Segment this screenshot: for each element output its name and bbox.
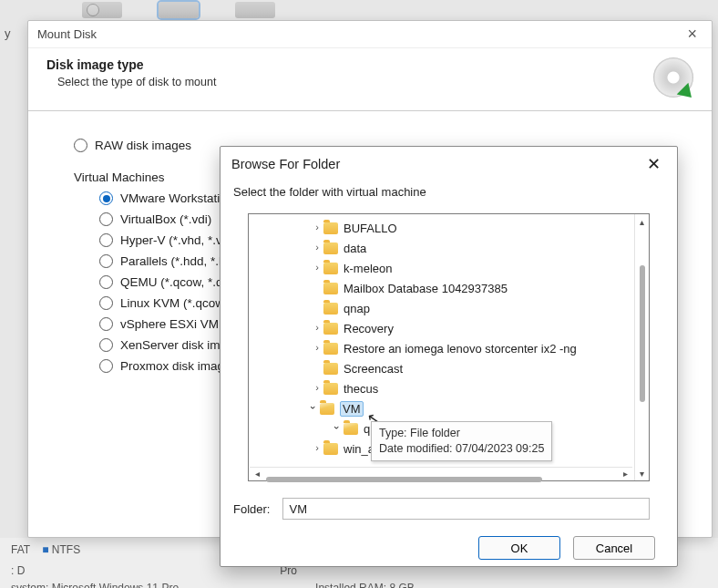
scroll-left-icon[interactable]: ◂ xyxy=(250,469,264,479)
radio-icon[interactable] xyxy=(99,233,113,247)
folder-icon xyxy=(323,222,338,234)
tree-item-qnap[interactable]: qnap xyxy=(252,298,647,318)
collapse-icon[interactable]: › xyxy=(308,401,319,414)
ok-button[interactable]: OK xyxy=(478,536,560,560)
tree-item-vm[interactable]: ›VM xyxy=(252,398,647,418)
bg-y: y xyxy=(5,26,11,40)
tree-item-recovery[interactable]: ›Recovery xyxy=(252,318,647,338)
folder-icon xyxy=(323,303,338,315)
tree-label-selected: VM xyxy=(340,401,364,417)
scroll-down-icon[interactable]: ▾ xyxy=(635,466,650,480)
mount-heading: Disk image type xyxy=(46,57,216,72)
hscroll-thumb[interactable] xyxy=(266,477,542,482)
expand-icon[interactable]: › xyxy=(311,222,323,232)
tree-label: BUFALLO xyxy=(344,222,397,235)
tree-item-data[interactable]: ›data xyxy=(252,238,647,258)
expand-icon[interactable]: › xyxy=(311,382,323,393)
folder-input-row: Folder: xyxy=(221,490,677,523)
folder-icon xyxy=(323,242,338,254)
tree-item-kmeleon[interactable]: ›k-meleon xyxy=(252,258,647,278)
folder-icon xyxy=(323,443,338,455)
tree-label: Mailbox Database 1042937385 xyxy=(344,282,508,295)
close-icon[interactable]: ✕ xyxy=(641,154,666,174)
tree-label: thecus xyxy=(344,382,378,396)
tree-label: k-meleon xyxy=(344,262,392,275)
radio-icon[interactable] xyxy=(99,338,113,352)
tree-item-restore[interactable]: ›Restore an iomega lenovo storcenter ix2… xyxy=(252,338,647,358)
scroll-thumb[interactable] xyxy=(640,265,645,402)
radio-icon[interactable] xyxy=(99,317,113,331)
mount-subheading: Select the type of disk to mount xyxy=(57,76,216,88)
tree-item-bufallo[interactable]: ›BUFALLO xyxy=(252,218,647,238)
mount-titlebar[interactable]: Mount Disk × xyxy=(28,21,712,48)
radio-icon[interactable] xyxy=(99,254,113,268)
folder-input[interactable] xyxy=(282,498,650,520)
disc-mount-icon xyxy=(653,57,693,98)
folder-icon xyxy=(323,283,338,294)
tree-item-thecus[interactable]: ›thecus xyxy=(252,378,647,398)
tree-label: qnap xyxy=(344,302,370,315)
expand-icon[interactable]: › xyxy=(311,262,323,273)
radio-icon[interactable] xyxy=(99,191,113,205)
scroll-up-icon[interactable]: ▴ xyxy=(635,214,650,229)
folder-icon xyxy=(323,263,338,274)
option-label: VirtualBox (*.vdi) xyxy=(120,212,211,226)
mount-header: Disk image type Select the type of disk … xyxy=(28,48,712,111)
folder-icon xyxy=(323,343,338,355)
scroll-right-icon[interactable]: ▸ xyxy=(618,469,632,479)
radio-icon[interactable] xyxy=(74,139,87,152)
tree-item-qnap-test[interactable]: ›qnap_test xyxy=(252,418,647,438)
browse-instruction: Select the folder with virtual machine xyxy=(221,181,677,208)
tree-label: Recovery xyxy=(344,322,394,335)
mount-title: Mount Disk xyxy=(37,27,97,41)
vertical-scrollbar[interactable]: ▴ ▾ xyxy=(634,214,649,480)
tree-item-screencast[interactable]: Screencast xyxy=(252,358,647,378)
tree-label: win_android xyxy=(344,442,407,456)
folder-open-icon xyxy=(344,423,358,435)
bg-disks xyxy=(82,2,275,18)
folder-label: Folder: xyxy=(233,502,270,516)
radio-icon[interactable] xyxy=(99,212,113,226)
expand-icon[interactable]: › xyxy=(311,242,323,253)
cancel-button[interactable]: Cancel xyxy=(573,536,655,560)
folder-open-icon xyxy=(320,403,334,415)
option-label: RAW disk images xyxy=(95,139,191,152)
folder-tree: ›BUFALLO ›data ›k-meleon Mailbox Databas… xyxy=(248,213,650,481)
radio-icon[interactable] xyxy=(99,296,113,310)
tree-label: data xyxy=(344,242,366,255)
folder-icon xyxy=(323,363,338,375)
tree-item-mailbox[interactable]: Mailbox Database 1042937385 xyxy=(252,278,647,298)
expand-icon[interactable]: › xyxy=(311,442,323,453)
radio-icon[interactable] xyxy=(99,359,113,373)
expand-icon[interactable]: › xyxy=(311,322,323,333)
tree-item-winandroid[interactable]: ›win_android xyxy=(252,438,647,459)
browse-folder-dialog: Browse For Folder ✕ Select the folder wi… xyxy=(220,146,678,567)
tree-label: qnap_test xyxy=(364,422,415,436)
folder-icon xyxy=(323,323,338,335)
folder-icon xyxy=(323,383,338,395)
radio-icon[interactable] xyxy=(99,275,113,289)
expand-icon[interactable]: › xyxy=(311,342,323,353)
tree-label: Screencast xyxy=(344,362,403,376)
tree-label: Restore an iomega lenovo storcenter ix2 … xyxy=(344,342,577,356)
close-icon[interactable]: × xyxy=(682,25,703,44)
browse-titlebar[interactable]: Browse For Folder ✕ xyxy=(221,147,677,181)
collapse-icon[interactable]: › xyxy=(332,421,343,434)
browse-title: Browse For Folder xyxy=(231,157,340,171)
horizontal-scrollbar[interactable]: ◂ ▸ xyxy=(250,467,632,480)
